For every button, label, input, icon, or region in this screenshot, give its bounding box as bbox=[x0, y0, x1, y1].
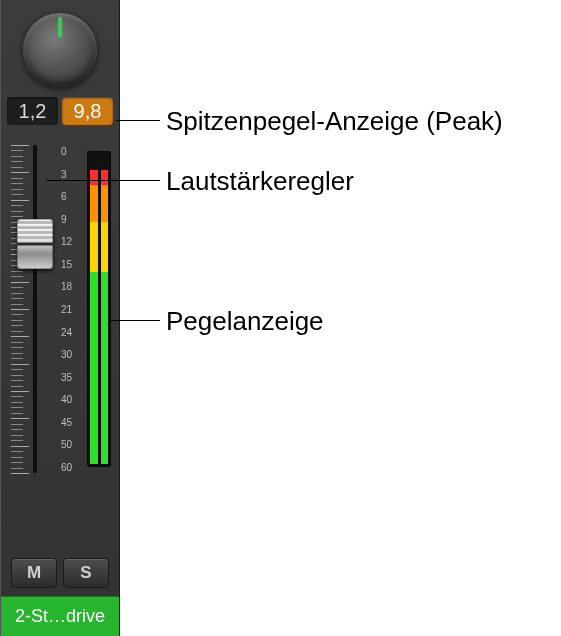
db-scale-label: 21 bbox=[61, 304, 72, 315]
level-meter-right bbox=[101, 154, 109, 464]
callout-fader: Lautstärkeregler bbox=[166, 166, 354, 197]
callout-fader-text: Lautstärkeregler bbox=[166, 166, 354, 196]
solo-button[interactable]: S bbox=[63, 558, 109, 588]
db-scale-label: 30 bbox=[61, 349, 72, 360]
level-meter bbox=[87, 151, 111, 467]
db-scale-label: 50 bbox=[61, 439, 72, 450]
peak-value-right[interactable]: 9,8 bbox=[62, 97, 113, 125]
db-scale-label: 12 bbox=[61, 236, 72, 247]
db-scale-label: 35 bbox=[61, 371, 72, 382]
pan-knob[interactable] bbox=[23, 13, 97, 87]
fader-slot[interactable] bbox=[33, 145, 37, 473]
db-scale-label: 24 bbox=[61, 326, 72, 337]
mute-solo-row: M S bbox=[1, 558, 119, 588]
peak-value-left[interactable]: 1,2 bbox=[7, 97, 58, 125]
track-name-label[interactable]: 2-St…drive bbox=[1, 596, 119, 636]
callout-meter: Pegelanzeige bbox=[166, 306, 324, 337]
fader-area: 03691215182124303540455060 bbox=[1, 139, 119, 479]
volume-fader[interactable] bbox=[17, 219, 53, 269]
callout-meter-text: Pegelanzeige bbox=[166, 306, 324, 336]
db-scale: 03691215182124303540455060 bbox=[61, 151, 79, 467]
db-scale-label: 0 bbox=[61, 146, 67, 157]
peak-display: 1,2 9,8 bbox=[1, 97, 119, 125]
db-scale-label: 3 bbox=[61, 168, 67, 179]
callout-peak-text: Spitzenpegel-Anzeige (Peak) bbox=[166, 106, 503, 136]
db-scale-label: 40 bbox=[61, 394, 72, 405]
db-scale-label: 15 bbox=[61, 258, 72, 269]
mute-button[interactable]: M bbox=[11, 558, 57, 588]
callout-peak: Spitzenpegel-Anzeige (Peak) bbox=[166, 106, 503, 137]
db-scale-label: 18 bbox=[61, 281, 72, 292]
db-scale-label: 45 bbox=[61, 416, 72, 427]
db-scale-label: 60 bbox=[61, 462, 72, 473]
level-meter-left bbox=[90, 154, 98, 464]
db-scale-label: 9 bbox=[61, 213, 67, 224]
pan-knob-area bbox=[1, 0, 119, 95]
channel-strip: 1,2 9,8 03691215182124303540455060 M S 2… bbox=[0, 0, 120, 636]
fader-track bbox=[11, 145, 51, 473]
db-scale-label: 6 bbox=[61, 191, 67, 202]
